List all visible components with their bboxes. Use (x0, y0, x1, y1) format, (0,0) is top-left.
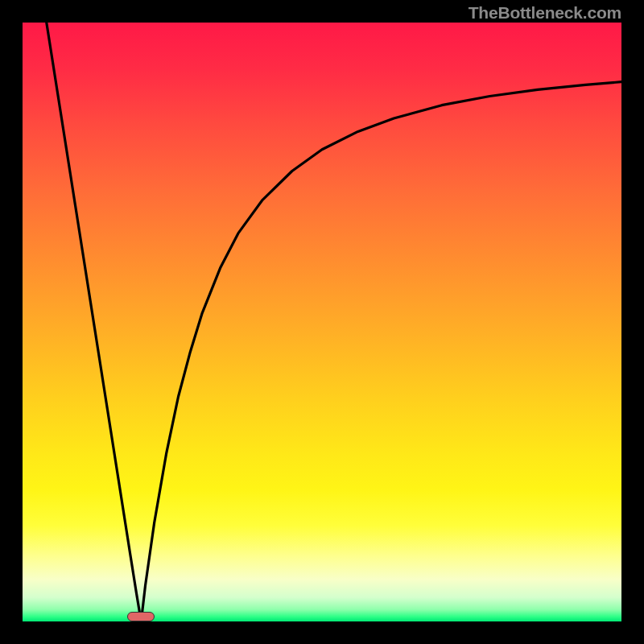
watermark-text: TheBottleneck.com (469, 3, 621, 23)
chart-container: TheBottleneck.com (0, 0, 644, 644)
optimum-marker (127, 612, 155, 621)
bottleneck-curve (47, 23, 621, 621)
plot-area (23, 23, 621, 621)
curve-svg (23, 23, 621, 621)
